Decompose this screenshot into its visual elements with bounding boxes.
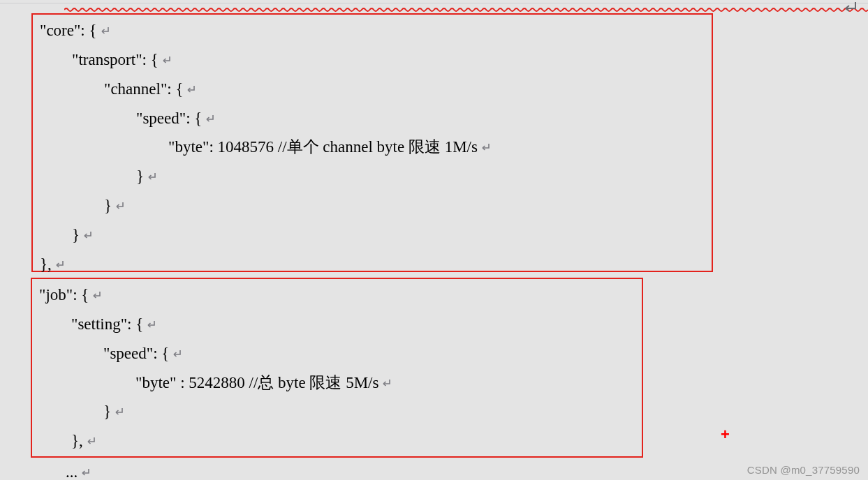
carriage-return-icon [80,467,91,477]
code-line: "byte" : 5242880 //总 byte 限速 5M/s [39,368,635,398]
carriage-return-icon [100,26,110,36]
carriage-return-icon [115,201,125,211]
carriage-return-icon [54,260,65,269]
code-line: "job": { [39,280,635,310]
carriage-return-icon [82,230,93,240]
core-config-box: "core": { "transport": { "channel": { "s… [31,13,713,272]
code-line: } [40,162,705,191]
code-line: } [40,191,705,220]
spellcheck-squiggle [64,7,868,13]
paragraph-return-icon [841,0,857,13]
top-rule [0,3,868,3]
carriage-return-icon [186,84,196,94]
code-line: }, [40,250,705,279]
carriage-return-icon [114,407,124,417]
watermark: CSDN @m0_37759590 [747,464,860,476]
code-line-ellipsis: ... [34,458,91,480]
job-config-box: "job": { "setting": { "speed": { "byte" … [31,278,643,458]
code-line: "core": { [40,16,705,45]
code-line: }, [39,426,635,456]
carriage-return-icon [146,320,156,329]
insertion-marker-icon: + [721,426,730,444]
carriage-return-icon [147,172,157,181]
code-line: "setting": { [39,310,635,339]
carriage-return-icon [91,290,102,300]
code-line: } [40,220,705,250]
code-line: "speed": { [39,339,635,368]
carriage-return-icon [381,378,392,388]
carriage-return-icon [161,55,172,65]
carriage-return-icon [86,436,96,446]
code-line: "byte": 1048576 //单个 channel byte 限速 1M/… [40,133,705,162]
carriage-return-icon [172,349,182,359]
carriage-return-icon [205,114,215,123]
code-line: "channel": { [40,75,705,104]
code-line: } [39,397,635,426]
code-line: "transport": { [40,45,705,75]
carriage-return-icon [480,142,491,152]
code-area: "core": { "transport": { "channel": { "s… [31,13,728,473]
code-line: "speed": { [40,104,705,133]
